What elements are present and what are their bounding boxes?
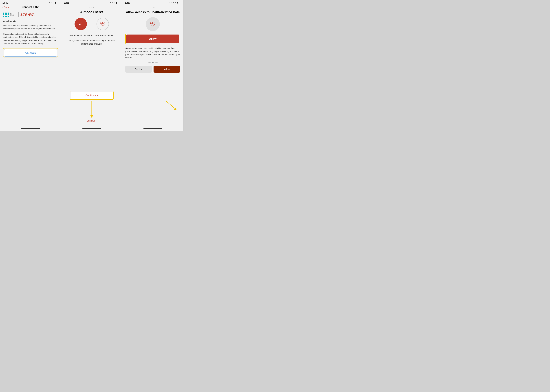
connection-icons: ✓ <box>75 18 109 30</box>
panel1-content: fitbit STRAVA How it works Your Fitbit e… <box>0 10 61 127</box>
decline-button[interactable]: Decline <box>125 66 152 73</box>
strava-wordmark: STRAVA <box>21 13 35 17</box>
dot <box>8 13 9 14</box>
wifi-icon: ◈ <box>55 2 56 4</box>
heart-circle <box>97 18 109 30</box>
status-icons-2: ▲ ▲▲▲ ◈ ▬ <box>107 2 120 4</box>
dot <box>8 16 9 17</box>
signal-icon: ▲▲▲ <box>110 2 115 4</box>
dot <box>6 16 7 17</box>
logo-divider <box>18 12 19 17</box>
logo-row: fitbit STRAVA <box>3 12 58 17</box>
svg-marker-3 <box>174 107 177 110</box>
nav-title: Connect Fitbit <box>22 6 39 9</box>
continue-plain-button[interactable]: Continue › <box>87 119 97 122</box>
learn-more-link[interactable]: Learn more <box>148 61 158 63</box>
signal-icon: ▲▲▲ <box>171 2 176 4</box>
svg-line-2 <box>166 101 176 109</box>
home-bar <box>21 128 40 129</box>
allow-access-title: Allow Access to Health-Related Data <box>126 10 180 14</box>
continue-arrow-icon: › <box>97 94 98 97</box>
nav-bar-1: ‹ Back Connect Fitbit <box>0 5 61 10</box>
dot <box>8 14 9 15</box>
dot <box>6 13 7 14</box>
dot <box>5 16 6 17</box>
allow-small-button[interactable]: Allow <box>154 66 180 73</box>
how-it-works-title: How it works <box>3 20 58 23</box>
ok-button-highlighted: OK, got it <box>3 48 58 57</box>
status-time-2: 10:51 <box>64 1 69 4</box>
dot <box>6 14 7 15</box>
fitbit-dots <box>3 13 9 17</box>
privacy-text: Strava gathers and uses health data like… <box>125 47 180 59</box>
location-icon: ▲ <box>46 2 48 4</box>
dot <box>3 13 4 14</box>
home-indicator-1 <box>0 127 61 131</box>
step-indicator-2: 1 of 2 <box>89 6 94 8</box>
panel-allow-access: 10:53 ▲ ▲▲▲ ◈ ▬ 2 of 2 Allow Access to H… <box>122 0 183 131</box>
step-indicator-3: 2 of 2 <box>150 6 155 8</box>
continue-plain-arrow: › <box>96 119 97 122</box>
allow-large-button[interactable]: Allow <box>126 35 179 43</box>
wifi-icon: ◈ <box>116 2 117 4</box>
how-it-works-para1: Your Fitbit exercise activities containi… <box>3 24 58 30</box>
panel-almost-there: 10:51 ▲ ▲▲▲ ◈ ▬ 1 of 2 Almost There! ✓ Y… <box>61 0 122 131</box>
continue-label: Continue <box>86 94 96 97</box>
panel3-content: 2 of 2 Allow Access to Health-Related Da… <box>122 5 183 127</box>
home-bar <box>82 128 101 129</box>
battery-icon: ▬ <box>118 2 120 4</box>
fitbit-wordmark: fitbit <box>10 13 17 17</box>
how-it-works-para2: Runs and rides tracked via Strava will a… <box>3 33 58 45</box>
panel-connect-fitbit: 10:50 ▲ ▲▲▲ ◈ ▬ ‹ Back Connect Fitbit <box>0 0 61 131</box>
dot <box>5 13 6 14</box>
back-button[interactable]: ‹ Back <box>2 6 9 8</box>
chevron-left-icon: ‹ <box>2 6 3 8</box>
continue-section: Continue › Continue › <box>64 91 119 126</box>
location-icon: ▲ <box>168 2 170 4</box>
continue-button[interactable]: Continue › <box>71 92 113 99</box>
battery-icon: ▬ <box>179 2 181 4</box>
dot <box>3 14 4 15</box>
allow-button-highlighted: Allow <box>125 34 180 44</box>
checkmark-icon: ✓ <box>79 21 83 27</box>
status-icons-1: ▲ ▲▲▲ ◈ ▬ <box>46 2 58 4</box>
svg-marker-1 <box>90 115 93 118</box>
panel2-content: 1 of 2 Almost There! ✓ Your Fitbit and S… <box>61 5 122 127</box>
back-label: Back <box>4 6 9 8</box>
status-bar-1: 10:50 ▲ ▲▲▲ ◈ ▬ <box>0 0 61 5</box>
bottom-buttons: Decline Allow <box>125 66 180 73</box>
home-indicator-3 <box>122 127 183 131</box>
status-icons-3: ▲ ▲▲▲ ◈ ▬ <box>168 2 181 4</box>
connected-text: Your Fitbit and Strava accounts are conn… <box>69 34 114 37</box>
location-icon: ▲ <box>107 2 109 4</box>
annotation-arrow-2 <box>86 101 98 119</box>
dot <box>5 14 6 15</box>
next-text: Next, allow access to health data to get… <box>64 39 119 46</box>
battery-icon: ▬ <box>57 2 58 4</box>
status-bar-2: 10:51 ▲ ▲▲▲ ◈ ▬ <box>61 0 122 5</box>
wifi-icon: ◈ <box>177 2 178 4</box>
fitbit-logo: fitbit <box>3 13 17 17</box>
heart-rate-icon <box>100 21 106 27</box>
status-bar-3: 10:53 ▲ ▲▲▲ ◈ ▬ <box>122 0 183 5</box>
dot <box>3 16 4 17</box>
home-indicator-2 <box>61 127 122 131</box>
health-heart-circle <box>146 17 160 31</box>
check-circle: ✓ <box>75 18 87 30</box>
annotation-arrow-3 <box>151 100 182 112</box>
continue-plain-label: Continue <box>87 119 95 122</box>
almost-there-title: Almost There! <box>80 10 103 14</box>
status-time-1: 10:50 <box>2 1 8 4</box>
connector-line <box>89 24 94 24</box>
home-bar <box>143 128 162 129</box>
continue-button-highlighted: Continue › <box>70 91 114 100</box>
status-time-3: 10:53 <box>125 1 130 4</box>
health-heart-icon <box>149 21 156 28</box>
ok-button[interactable]: OK, got it <box>4 49 57 56</box>
signal-icon: ▲▲▲ <box>49 2 54 4</box>
